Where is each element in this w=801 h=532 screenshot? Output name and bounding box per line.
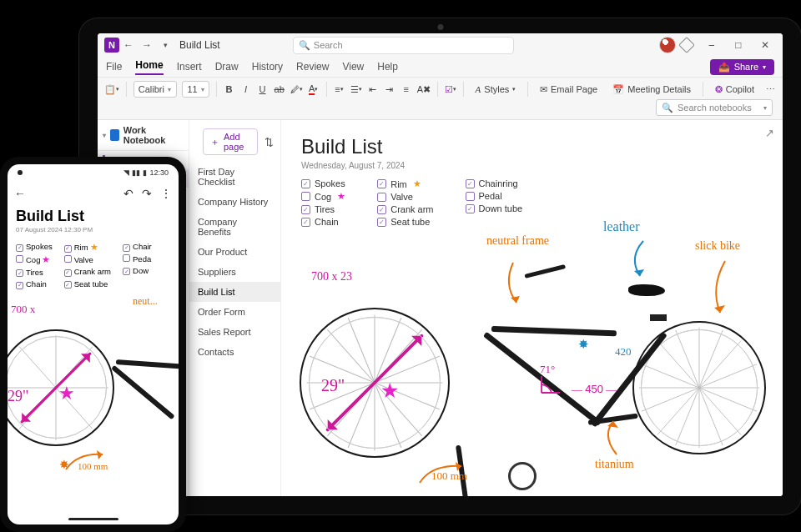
clear-format-button[interactable]: A✖ bbox=[417, 81, 431, 98]
font-selector[interactable]: Calibri▾ bbox=[134, 81, 178, 98]
checkbox[interactable]: ✓ bbox=[123, 244, 130, 252]
menu-insert[interactable]: Insert bbox=[177, 61, 202, 73]
checkbox[interactable]: ✓ bbox=[466, 204, 475, 213]
checkbox[interactable]: ✓ bbox=[301, 179, 310, 188]
highlight-button[interactable]: 🖉▾ bbox=[290, 81, 303, 98]
page-item[interactable]: Our Product bbox=[189, 242, 280, 262]
checklist-item[interactable]: ✓ Tires bbox=[301, 204, 345, 214]
search-notebooks-input[interactable]: 🔍 Search notebooks ▾ bbox=[656, 99, 773, 116]
undo-button[interactable]: ↶ bbox=[123, 187, 134, 200]
outdent-button[interactable]: ⇤ bbox=[367, 81, 379, 98]
menu-review[interactable]: Review bbox=[296, 61, 329, 73]
more-button[interactable]: ⋯ bbox=[764, 81, 776, 98]
notebook-selector[interactable]: ▾ Work Notebook bbox=[98, 120, 189, 151]
share-button[interactable]: 📤 Share ▾ bbox=[710, 59, 774, 75]
checkbox[interactable] bbox=[466, 192, 475, 201]
menu-file[interactable]: File bbox=[106, 61, 122, 73]
page-item[interactable]: Sales Report bbox=[189, 322, 280, 342]
page-item[interactable]: Company History bbox=[189, 192, 280, 212]
more-button[interactable]: ⋮ bbox=[160, 187, 172, 200]
checklist-item[interactable]: ✓Dow bbox=[123, 266, 152, 276]
meeting-details-button[interactable]: 📅Meeting Details bbox=[607, 83, 696, 97]
checklist-item[interactable]: ✓Crank arm bbox=[64, 267, 111, 277]
checkbox[interactable]: ✓ bbox=[466, 179, 475, 188]
checkbox[interactable]: ✓ bbox=[64, 245, 72, 253]
email-page-button[interactable]: ✉Email Page bbox=[535, 83, 602, 97]
checklist-item[interactable]: ✓ Rim★ bbox=[377, 178, 433, 189]
page-title[interactable]: Build List bbox=[281, 120, 783, 158]
checklist-item[interactable]: ✓Tires bbox=[16, 268, 53, 278]
checkbox[interactable] bbox=[301, 192, 310, 201]
checklist-item[interactable]: ✓Spokes bbox=[16, 242, 53, 252]
checklist-item[interactable]: ✓ Chain bbox=[301, 217, 345, 227]
checkbox[interactable]: ✓ bbox=[123, 268, 130, 275]
page-item[interactable]: Order Form bbox=[189, 302, 280, 322]
copilot-button[interactable]: ❂Copilot bbox=[710, 83, 759, 97]
checklist-item[interactable]: ✓ Crank arm bbox=[377, 204, 433, 214]
redo-button[interactable]: ↷ bbox=[142, 187, 152, 200]
menu-view[interactable]: View bbox=[342, 61, 364, 73]
checklist-item[interactable]: Valve bbox=[64, 255, 111, 264]
checklist-item[interactable]: ✓Seat tube bbox=[64, 279, 111, 289]
page-item[interactable]: First Day Checklist bbox=[189, 162, 280, 192]
checkbox[interactable] bbox=[64, 255, 72, 263]
phone-page-title[interactable]: Build List bbox=[16, 208, 170, 225]
close-button[interactable]: ✕ bbox=[753, 36, 778, 54]
checklist-item[interactable]: Pedal bbox=[466, 191, 523, 201]
add-page-button[interactable]: ＋ Add page bbox=[203, 128, 258, 155]
checklist-item[interactable]: ✓ Seat tube bbox=[377, 217, 433, 227]
checkbox[interactable]: ✓ bbox=[16, 244, 23, 252]
menu-home[interactable]: Home bbox=[135, 59, 163, 75]
indent-button[interactable]: ⇥ bbox=[384, 81, 395, 98]
underline-button[interactable]: U bbox=[257, 81, 269, 98]
phone-checklist[interactable]: ✓SpokesCog★✓Tires✓Chain✓Rim★Valve✓Crank … bbox=[8, 233, 179, 289]
premium-diamond-icon[interactable] bbox=[678, 37, 695, 53]
checklist-item[interactable]: ✓ Spokes bbox=[301, 178, 345, 188]
page-item[interactable]: Company Benefits bbox=[189, 212, 280, 242]
styles-button[interactable]: AStyles▾ bbox=[471, 83, 521, 96]
checkbox[interactable] bbox=[377, 193, 386, 202]
user-avatar[interactable] bbox=[659, 37, 676, 53]
page-item[interactable]: Contacts bbox=[189, 342, 280, 362]
font-color-button[interactable]: A▾ bbox=[308, 81, 320, 98]
checklist-item[interactable]: ✓Chair bbox=[123, 242, 152, 252]
todo-tag-button[interactable]: ☑▾ bbox=[445, 81, 456, 98]
numbering-button[interactable]: ☰▾ bbox=[350, 81, 362, 98]
checkbox[interactable]: ✓ bbox=[377, 179, 386, 188]
back-button[interactable]: ← bbox=[14, 187, 26, 200]
font-size-selector[interactable]: 11▾ bbox=[182, 81, 209, 98]
align-button[interactable]: ≡ bbox=[400, 81, 412, 98]
bold-button[interactable]: B bbox=[223, 81, 234, 98]
page-canvas[interactable]: ↗ Build List Wednesday, August 7, 2024 ✓… bbox=[281, 120, 783, 496]
strikethrough-button[interactable]: ab bbox=[274, 81, 285, 98]
checkbox[interactable]: ✓ bbox=[301, 218, 310, 227]
checklist[interactable]: ✓ Spokes Cog★✓ Tires✓ Chain✓ Rim★ Valve✓… bbox=[281, 178, 783, 227]
italic-button[interactable]: I bbox=[239, 81, 251, 98]
search-input[interactable]: 🔍 Search bbox=[293, 37, 514, 54]
checklist-item[interactable]: ✓Chain bbox=[16, 279, 53, 289]
nav-dropdown-icon[interactable]: ▾ bbox=[156, 41, 174, 49]
checklist-item[interactable]: Cog★ bbox=[301, 191, 345, 202]
checkbox[interactable]: ✓ bbox=[377, 218, 386, 227]
nav-forward-icon[interactable]: → bbox=[138, 39, 156, 51]
checklist-item[interactable]: ✓Rim★ bbox=[64, 242, 111, 253]
checklist-item[interactable]: Peda bbox=[123, 254, 152, 263]
page-item[interactable]: Suppliers bbox=[189, 262, 280, 282]
menu-draw[interactable]: Draw bbox=[215, 61, 239, 73]
maximize-button[interactable]: □ bbox=[726, 36, 751, 54]
checklist-item[interactable]: ✓ Chainring bbox=[466, 178, 523, 188]
checkbox[interactable] bbox=[123, 254, 130, 262]
nav-back-icon[interactable]: ← bbox=[119, 39, 138, 51]
menu-help[interactable]: Help bbox=[377, 61, 398, 73]
page-item[interactable]: Build List bbox=[189, 282, 280, 302]
checklist-item[interactable]: ✓ Down tube bbox=[466, 203, 523, 213]
sort-pages-button[interactable]: ⇅ bbox=[264, 136, 274, 148]
phone-home-bar[interactable] bbox=[68, 518, 118, 520]
paste-button[interactable]: 📋▾ bbox=[104, 81, 119, 98]
checkbox[interactable]: ✓ bbox=[64, 269, 72, 277]
checkbox[interactable]: ✓ bbox=[301, 205, 310, 214]
bullets-button[interactable]: ≡▾ bbox=[333, 81, 345, 98]
checkbox[interactable]: ✓ bbox=[16, 269, 23, 277]
checkbox[interactable] bbox=[16, 255, 23, 263]
checklist-item[interactable]: Cog★ bbox=[16, 254, 53, 265]
